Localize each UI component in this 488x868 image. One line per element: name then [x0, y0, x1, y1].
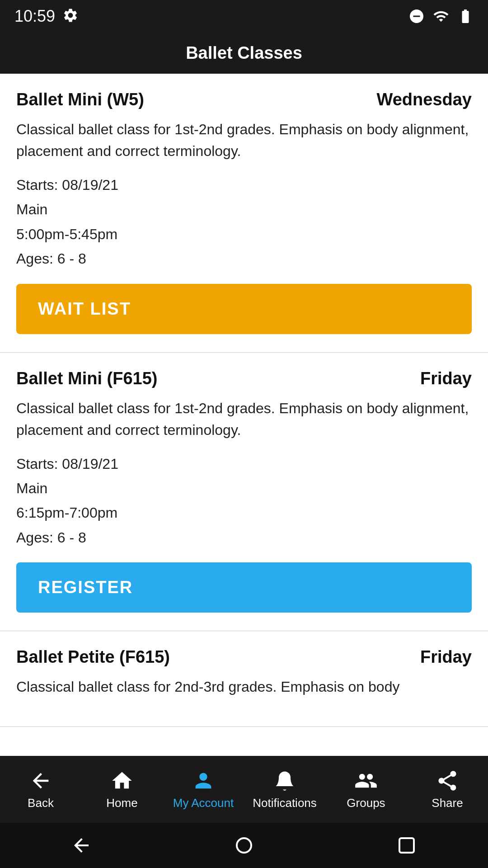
class-title-1: Ballet Mini (F615) — [16, 369, 158, 388]
nav-home-label: Home — [106, 796, 137, 810]
nav-home[interactable]: Home — [81, 769, 163, 810]
class-title-2: Ballet Petite (F615) — [16, 647, 170, 667]
nav-share-label: Share — [432, 796, 463, 810]
class-time-1: 6:15pm-7:00pm — [16, 500, 472, 525]
svg-point-0 — [237, 838, 251, 853]
nav-notifications-label: Notifications — [253, 796, 317, 810]
class-card-ballet-petite-f615: Ballet Petite (F615) Friday Classical ba… — [0, 631, 488, 727]
nav-share[interactable]: Share — [407, 769, 488, 810]
class-desc-0: Classical ballet class for 1st-2nd grade… — [16, 118, 472, 162]
nav-groups-label: Groups — [347, 796, 385, 810]
class-title-0: Ballet Mini (W5) — [16, 90, 144, 109]
class-location-1: Main — [16, 476, 472, 500]
nav-my-account-label: My Account — [173, 796, 234, 810]
class-day-0: Wednesday — [377, 90, 472, 109]
class-details-1: Starts: 08/19/21 Main 6:15pm-7:00pm Ages… — [16, 452, 472, 550]
class-ages-1: Ages: 6 - 8 — [16, 525, 472, 550]
class-desc-1: Classical ballet class for 1st-2nd grade… — [16, 397, 472, 441]
class-card-ballet-mini-w5: Ballet Mini (W5) Wednesday Classical bal… — [0, 74, 488, 353]
page-title: Ballet Classes — [0, 33, 488, 74]
class-details-0: Starts: 08/19/21 Main 5:00pm-5:45pm Ages… — [16, 173, 472, 271]
status-bar: 10:59 — [0, 0, 488, 33]
class-ages-0: Ages: 6 - 8 — [16, 246, 472, 271]
class-card-ballet-mini-f615: Ballet Mini (F615) Friday Classical ball… — [0, 353, 488, 632]
class-location-0: Main — [16, 197, 472, 222]
android-back-button[interactable] — [68, 832, 95, 859]
class-day-1: Friday — [420, 369, 472, 388]
nav-groups[interactable]: Groups — [325, 769, 407, 810]
waitlist-button-0[interactable]: WAIT LIST — [16, 284, 472, 334]
status-time: 10:59 — [14, 7, 55, 26]
nav-back-label: Back — [28, 796, 54, 810]
class-list: Ballet Mini (W5) Wednesday Classical bal… — [0, 74, 488, 756]
nav-notifications[interactable]: Notifications — [244, 769, 325, 810]
class-starts-1: Starts: 08/19/21 — [16, 452, 472, 476]
class-desc-2: Classical ballet class for 2nd-3rd grade… — [16, 676, 472, 698]
nav-my-account[interactable]: My Account — [163, 769, 244, 810]
bottom-nav: Back Home My Account Notifications Group… — [0, 756, 488, 823]
settings-icon — [62, 7, 79, 25]
android-recents-button[interactable] — [393, 832, 420, 859]
svg-rect-1 — [399, 838, 414, 853]
nav-back[interactable]: Back — [0, 769, 81, 810]
class-day-2: Friday — [420, 647, 472, 667]
class-time-0: 5:00pm-5:45pm — [16, 222, 472, 246]
android-nav-bar — [0, 823, 488, 868]
android-home-button[interactable] — [230, 832, 258, 859]
register-button-1[interactable]: REGISTER — [16, 562, 472, 613]
status-icons — [408, 8, 474, 24]
class-starts-0: Starts: 08/19/21 — [16, 173, 472, 197]
